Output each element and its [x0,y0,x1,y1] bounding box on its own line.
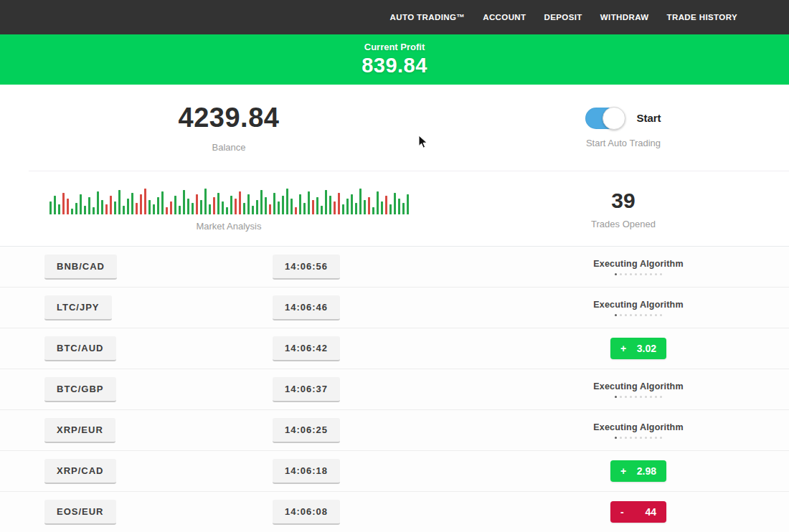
loading-dot [635,396,637,398]
loading-dots [593,396,684,398]
market-analysis-section: Market Analysis 39 Trades Opened [0,171,789,246]
candle-bar-up [260,190,263,214]
trade-row: XRP/EUR14:06:25Executing Algorithm [0,409,789,450]
loading-dot [660,314,662,316]
candle-bar-down [136,203,138,214]
executing-algorithm-label: Executing Algorithm [593,259,684,269]
nav-item-withdraw[interactable]: WITHDRAW [600,13,649,22]
candle-bar-down [140,194,142,214]
candle-bar-down [235,199,237,214]
candle-bar-up [325,190,327,214]
candle-bar-down [312,200,314,214]
candle-bar-down [338,193,340,214]
loading-dot [650,396,652,398]
loading-dot [645,273,647,275]
toggle-start-label: Start [636,112,661,124]
candle-bar-up [278,201,280,214]
loading-dot [640,437,642,439]
loading-dot [625,314,627,316]
loading-dot [640,396,642,398]
profit-badge: +2.98 [610,460,666,482]
result-sign: + [620,465,626,477]
balance-value: 4239.84 [179,103,280,133]
trades-opened-value: 39 [611,189,635,213]
candle-bar-up [192,203,194,214]
candle-bar-down [166,207,168,214]
time-chip: 14:06:37 [273,377,340,402]
pair-chip: XRP/EUR [44,418,115,443]
trade-row: EOS/EUR14:06:08-44 [0,491,789,532]
candle-bar-up [265,197,267,214]
result-amount: 44 [645,506,656,518]
pair-chip: EOS/EUR [44,500,116,525]
pair-chip: LTC/JPY [44,295,112,320]
nav-item-auto-trading[interactable]: AUTO TRADING™ [390,13,466,22]
trade-row: LTC/JPY14:06:46Executing Algorithm [0,287,789,328]
current-profit-value: 839.84 [362,54,427,77]
loading-dot [625,437,627,439]
time-chip: 14:06:18 [273,459,340,484]
candle-bar-down [196,194,198,214]
loading-dot [620,273,622,275]
candle-bar-up [88,197,90,214]
candle-bar-up [290,199,293,214]
current-profit-label: Current Profit [364,42,425,52]
candle-bar-up [342,204,344,214]
candle-bar-up [200,200,202,214]
loading-dot [630,314,632,316]
nav-item-trade-history[interactable]: TRADE HISTORY [667,13,738,22]
candle-bar-up [93,207,95,214]
candle-bar-up [321,206,323,214]
loading-dot [615,314,617,316]
loading-dots [593,437,684,439]
candle-bar-up [118,190,121,214]
loading-dot [635,437,637,439]
loading-dot [655,396,657,398]
candle-bar-up [217,193,219,214]
loading-dot [640,314,642,316]
loading-dot [615,437,617,439]
candle-bar-up [243,203,245,214]
status-cell: +3.02 [610,338,666,359]
candle-bar-up [355,203,357,214]
loading-dot [620,437,622,439]
candle-bar-up [346,199,349,214]
auto-trading-toggle[interactable] [585,108,624,129]
pair-chip: BTC/AUD [44,336,116,361]
nav-item-account[interactable]: ACCOUNT [483,13,526,22]
trade-row: BTC/GBP14:06:37Executing Algorithm [0,369,789,409]
loading-dot [630,273,632,275]
trades-opened-label: Trades Opened [591,219,656,229]
loading-dot [645,437,647,439]
top-navigation: AUTO TRADING™ACCOUNTDEPOSITWITHDRAWTRADE… [0,0,789,34]
start-auto-trading-caption: Start Auto Trading [586,138,661,148]
loading-dot [615,396,617,398]
candle-bar-up [97,191,99,214]
nav-item-deposit[interactable]: DEPOSIT [544,13,582,22]
trade-row: XRP/CAD14:06:18+2.98 [0,450,789,491]
loading-dots [593,273,684,275]
result-amount: 2.98 [637,465,656,477]
toggle-knob [603,107,625,130]
candle-bar-up [183,190,185,214]
candle-bar-up [127,199,129,214]
candle-bar-up [157,197,159,214]
trade-row: BTC/AUD14:06:42+3.02 [0,328,789,369]
candle-bar-up [131,193,133,214]
candle-bar-up [329,196,331,214]
candle-bar-up [49,201,52,214]
candle-bar-down [67,199,69,214]
result-amount: 3.02 [637,343,656,354]
candle-bar-up [222,201,224,214]
market-analysis-label: Market Analysis [196,221,261,232]
candle-bar-up [377,191,379,214]
loading-dots [593,314,684,316]
candle-bar-up [71,209,73,214]
candle-bar-up [209,204,211,214]
candle-bar-up [394,193,396,214]
time-chip: 14:06:56 [273,255,340,280]
candle-bar-down [62,193,65,214]
loading-dot [630,396,632,398]
pair-chip: BTC/GBP [44,377,116,402]
loading-dot [620,314,622,316]
